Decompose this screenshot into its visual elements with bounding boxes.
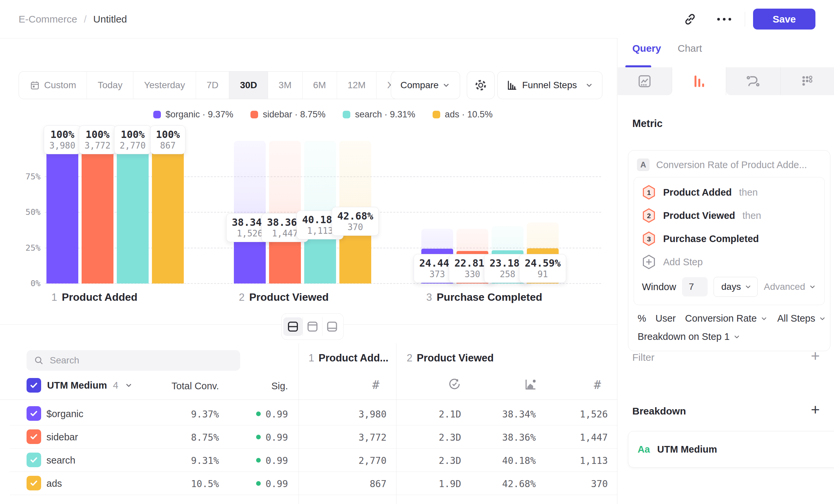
legend-item-ads[interactable]: ads · 10.5% bbox=[433, 109, 492, 120]
legend-item-search[interactable]: search · 9.31% bbox=[343, 109, 415, 120]
advanced-toggle[interactable]: Advanced bbox=[764, 281, 816, 292]
advanced-label: Advanced bbox=[764, 281, 805, 292]
breakdown-on-select[interactable]: Breakdown on Step 1 bbox=[628, 326, 830, 351]
sig-header[interactable]: Sig. bbox=[238, 381, 288, 392]
search-icon bbox=[34, 356, 44, 365]
bar-search-step1[interactable]: 100%2,770 bbox=[117, 141, 149, 283]
bar-organic-step2[interactable]: 38.34%1,526 bbox=[234, 141, 266, 283]
legend-label: ads · 10.5% bbox=[445, 109, 492, 120]
layout-panel-top[interactable] bbox=[303, 317, 322, 336]
clock-check-icon[interactable] bbox=[448, 377, 461, 392]
tab-query[interactable]: Query bbox=[632, 43, 661, 61]
metric-label-row[interactable]: A Conversion Rate of Product Adde... bbox=[628, 151, 830, 176]
table-search[interactable] bbox=[26, 350, 240, 371]
query-step-2[interactable]: 2Product Viewedthen bbox=[634, 204, 825, 227]
chart-settings-button[interactable] bbox=[467, 71, 495, 99]
bar-ads-step3[interactable]: 24.59%91 bbox=[527, 141, 559, 283]
layout-toggle bbox=[281, 313, 344, 340]
bar-organic-step1[interactable]: 100%3,980 bbox=[46, 141, 78, 283]
bar-ads-step1[interactable]: 100%867 bbox=[152, 141, 184, 283]
range-12m[interactable]: 12M bbox=[337, 72, 376, 99]
breakdown-item-name: UTM Medium bbox=[657, 444, 717, 455]
bar-chart-icon bbox=[506, 79, 518, 91]
measure-entity[interactable]: User bbox=[656, 313, 676, 324]
range-label: 30D bbox=[240, 80, 257, 91]
row-checkbox[interactable] bbox=[26, 476, 41, 490]
row-checkbox[interactable] bbox=[26, 429, 41, 444]
range-custom[interactable]: Custom bbox=[19, 72, 87, 99]
compare-button[interactable]: Compare bbox=[391, 71, 460, 99]
save-button[interactable]: Save bbox=[753, 8, 815, 29]
chevron-down-icon bbox=[760, 315, 768, 323]
bar-count-value: 3,980 bbox=[49, 141, 75, 151]
step2-time: 1.9D bbox=[411, 479, 461, 489]
bar-ads-step2[interactable]: 42.68%370 bbox=[339, 141, 371, 283]
bar-search-step3[interactable]: 23.18%258 bbox=[492, 141, 524, 283]
breakdown-item[interactable]: Aa UTM Medium bbox=[628, 431, 834, 467]
y-axis-tick-50%: 50% bbox=[10, 207, 41, 217]
range-7d[interactable]: 7D bbox=[196, 72, 229, 99]
step2-count: 370 bbox=[557, 479, 608, 489]
tab-chart[interactable]: Chart bbox=[678, 43, 702, 61]
bar-sidebar-step2[interactable]: 38.36%1,447 bbox=[269, 141, 301, 283]
row-checkbox[interactable] bbox=[26, 453, 41, 467]
bar-count-value: 2,770 bbox=[120, 141, 146, 151]
measure-scope-select[interactable]: All Steps bbox=[777, 313, 826, 324]
range-yesterday[interactable]: Yesterday bbox=[133, 72, 196, 99]
total-conv-header[interactable]: Total Conv. bbox=[153, 381, 219, 392]
funnel-steps-mode-button[interactable]: Funnel Steps bbox=[497, 71, 602, 99]
legend-item-organic[interactable]: $organic · 9.37% bbox=[153, 109, 233, 120]
range-3m[interactable]: 3M bbox=[268, 72, 302, 99]
range-label: 6M bbox=[313, 80, 326, 91]
window-unit-label: days bbox=[721, 281, 741, 292]
add-breakdown-button[interactable]: + bbox=[811, 403, 820, 416]
subheader-line bbox=[0, 399, 617, 400]
more-options-icon[interactable] bbox=[714, 13, 734, 25]
layout-split-horizontal[interactable] bbox=[283, 317, 303, 336]
measure-scope-label: All Steps bbox=[777, 313, 815, 324]
legend-swatch bbox=[153, 111, 161, 118]
window-value-input[interactable]: 7 bbox=[682, 277, 708, 296]
conversion-rate-icon[interactable] bbox=[524, 377, 537, 393]
group-select-checkbox[interactable] bbox=[26, 378, 41, 393]
bar-sidebar-step1[interactable]: 100%3,772 bbox=[82, 141, 113, 283]
chart-type-retention-dots[interactable] bbox=[781, 67, 834, 95]
step-number: 3 bbox=[426, 292, 432, 303]
layout-panel-bottom[interactable] bbox=[322, 317, 342, 336]
funnel-steps-card: 1Product Addedthen2Product Viewedthen3Pu… bbox=[634, 177, 825, 305]
legend-item-sidebar[interactable]: sidebar · 8.75% bbox=[250, 109, 325, 120]
window-unit-select[interactable]: days bbox=[714, 277, 758, 297]
table-step-col-header-2: 2Product Viewed bbox=[407, 352, 493, 364]
breadcrumb-parent[interactable]: E-Commerce bbox=[19, 14, 77, 25]
bar-pct-value: 100% bbox=[120, 129, 146, 141]
chart-type-flow[interactable] bbox=[726, 67, 781, 95]
hash-icon[interactable]: # bbox=[594, 378, 601, 392]
range-today[interactable]: Today bbox=[87, 72, 133, 99]
hash-icon[interactable]: # bbox=[372, 378, 379, 392]
bar-organic-step3[interactable]: 24.44%373 bbox=[421, 141, 453, 283]
share-link-icon[interactable] bbox=[683, 12, 697, 26]
query-step-3[interactable]: 3Purchase Completed bbox=[634, 227, 825, 250]
measure-metric-select[interactable]: Conversion Rate bbox=[685, 313, 768, 324]
group-count: 4 bbox=[113, 380, 118, 391]
breadcrumb-current[interactable]: Untitled bbox=[93, 14, 127, 25]
chart-type-strip bbox=[618, 67, 834, 95]
total-conv-value: 10.5% bbox=[153, 479, 219, 489]
metric-heading: Metric bbox=[632, 118, 662, 130]
add-step-button[interactable]: Add Step bbox=[634, 250, 825, 274]
range-30d[interactable]: 30D bbox=[229, 72, 267, 99]
query-step-then: then bbox=[742, 210, 761, 221]
chart-type-funnel-bars[interactable] bbox=[672, 67, 726, 95]
search-input[interactable] bbox=[49, 355, 210, 366]
add-filter-button[interactable]: + bbox=[811, 349, 820, 362]
chart-type-insights-line[interactable] bbox=[618, 67, 672, 95]
step2-count: 1,113 bbox=[557, 455, 608, 466]
bar-count-value: 370 bbox=[337, 222, 373, 232]
range-6m[interactable]: 6M bbox=[302, 72, 337, 99]
query-step-1[interactable]: 1Product Addedthen bbox=[634, 181, 825, 204]
row-checkbox[interactable] bbox=[26, 406, 41, 421]
bar-search-step2[interactable]: 40.18%1,113 bbox=[304, 141, 336, 283]
bar-sidebar-step3[interactable]: 22.81%330 bbox=[457, 141, 488, 283]
sig-value: 0.99 bbox=[238, 409, 288, 420]
range-label: Custom bbox=[44, 80, 76, 91]
